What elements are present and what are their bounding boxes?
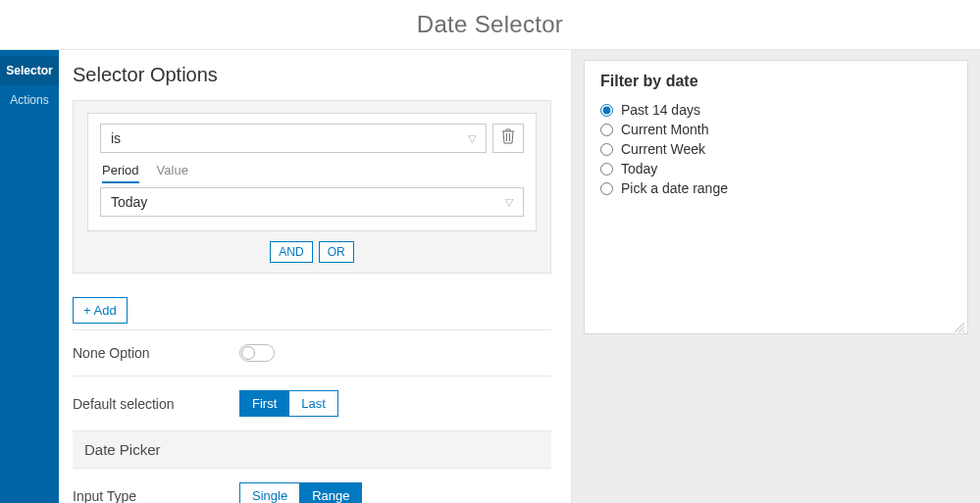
default-first-button[interactable]: First bbox=[239, 390, 289, 417]
input-type-segment: Single Range bbox=[239, 482, 362, 503]
radio-label: Past 14 days bbox=[621, 102, 700, 118]
trash-icon bbox=[501, 128, 515, 148]
date-picker-heading: Date Picker bbox=[73, 430, 551, 469]
radio-option-3[interactable]: Today bbox=[600, 159, 952, 178]
none-option-row: None Option bbox=[73, 329, 551, 376]
default-selection-segment: First Last bbox=[239, 390, 338, 417]
radio-label: Today bbox=[621, 161, 657, 176]
radio-input[interactable] bbox=[600, 104, 613, 117]
default-selection-row: Default selection First Last bbox=[73, 376, 551, 430]
operator-value: is bbox=[111, 130, 121, 146]
chevron-down-icon: ▽ bbox=[505, 196, 513, 209]
sidebar-tab-actions[interactable]: Actions bbox=[0, 85, 59, 115]
radio-option-2[interactable]: Current Week bbox=[600, 139, 952, 159]
input-type-row: Input Type Single Range bbox=[73, 469, 551, 503]
default-last-button[interactable]: Last bbox=[289, 390, 338, 417]
radio-label: Current Week bbox=[621, 141, 705, 157]
or-button[interactable]: OR bbox=[319, 241, 354, 263]
radio-label: Pick a date range bbox=[621, 180, 728, 196]
rule-block: is ▽ Period Value Today ▽ bbox=[73, 100, 551, 274]
sidebar: Selector Actions bbox=[0, 50, 59, 503]
none-option-toggle[interactable] bbox=[239, 344, 275, 362]
operator-select[interactable]: is ▽ bbox=[100, 124, 487, 153]
period-value: Today bbox=[111, 194, 147, 210]
none-option-label: None Option bbox=[73, 345, 239, 361]
input-type-label: Input Type bbox=[73, 488, 239, 504]
radio-input[interactable] bbox=[600, 143, 613, 156]
resize-icon bbox=[954, 320, 965, 336]
default-selection-label: Default selection bbox=[73, 396, 239, 412]
radio-input[interactable] bbox=[600, 124, 613, 136]
add-button[interactable]: + Add bbox=[73, 297, 128, 324]
radio-list: Past 14 days Current Month Current Week … bbox=[600, 100, 952, 198]
resize-handle[interactable] bbox=[954, 320, 965, 331]
radio-input[interactable] bbox=[600, 182, 613, 195]
page-title: Date Selector bbox=[417, 11, 563, 38]
rule-inner: is ▽ Period Value Today ▽ bbox=[87, 113, 537, 231]
radio-input[interactable] bbox=[600, 163, 613, 176]
and-button[interactable]: AND bbox=[270, 241, 312, 263]
config-panel: Selector Options is ▽ Period bbox=[59, 50, 572, 503]
panel-title: Selector Options bbox=[73, 64, 561, 86]
input-range-button[interactable]: Range bbox=[300, 482, 362, 503]
sidebar-tab-selector[interactable]: Selector bbox=[0, 56, 59, 85]
delete-rule-button[interactable] bbox=[492, 124, 524, 153]
header: Date Selector bbox=[0, 0, 980, 50]
subtab-value[interactable]: Value bbox=[157, 163, 188, 183]
toggle-knob bbox=[241, 346, 255, 360]
radio-option-1[interactable]: Current Month bbox=[600, 120, 952, 139]
body: Selector Actions Selector Options is ▽ bbox=[0, 50, 980, 503]
subtab-period[interactable]: Period bbox=[102, 163, 139, 183]
radio-label: Current Month bbox=[621, 122, 708, 137]
preview-card: Filter by date Past 14 days Current Mont… bbox=[584, 60, 968, 334]
radio-option-0[interactable]: Past 14 days bbox=[600, 100, 952, 120]
preview-panel: Filter by date Past 14 days Current Mont… bbox=[572, 50, 980, 503]
radio-option-4[interactable]: Pick a date range bbox=[600, 178, 952, 198]
period-select[interactable]: Today ▽ bbox=[100, 187, 524, 217]
input-single-button[interactable]: Single bbox=[239, 482, 300, 503]
preview-title: Filter by date bbox=[600, 73, 952, 90]
chevron-down-icon: ▽ bbox=[468, 132, 476, 145]
